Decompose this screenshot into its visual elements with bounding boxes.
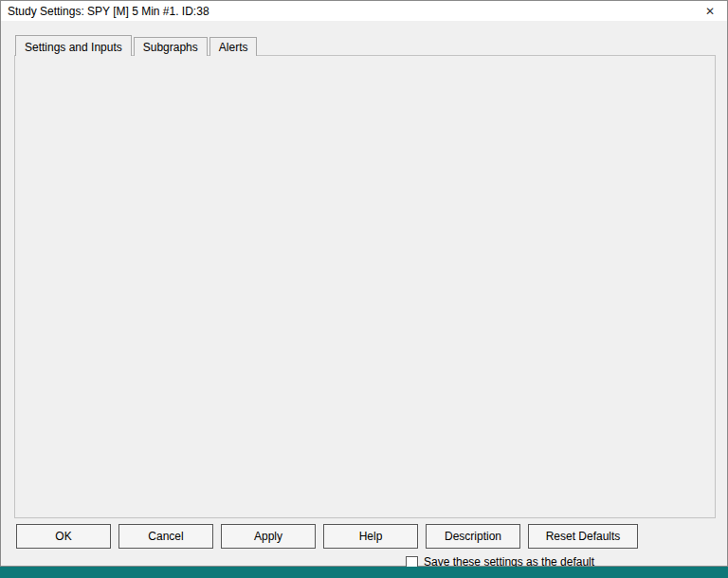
button-bar: OKCancelApplyHelpDescriptionReset Defaul… xyxy=(16,524,638,549)
titlebar: Study Settings: SPY [M] 5 Min #1. ID:38 xyxy=(1,1,727,21)
tab-strip: Settings and InputsSubgraphsAlerts xyxy=(15,35,259,56)
ok-button[interactable]: OK xyxy=(16,524,111,549)
close-icon[interactable]: ✕ xyxy=(693,1,727,21)
window-title: Study Settings: SPY [M] 5 Min #1. ID:38 xyxy=(8,5,209,18)
tab-settings-and-inputs[interactable]: Settings and Inputs xyxy=(15,35,132,56)
help-button[interactable]: Help xyxy=(323,524,418,549)
reset-defaults-button[interactable]: Reset Defaults xyxy=(528,524,638,549)
settings-tab-panel xyxy=(14,55,716,518)
background-chart-strip xyxy=(0,567,728,578)
tab-subgraphs[interactable]: Subgraphs xyxy=(134,37,208,56)
description-button[interactable]: Description xyxy=(426,524,520,549)
tab-alerts[interactable]: Alerts xyxy=(209,37,258,56)
cancel-button[interactable]: Cancel xyxy=(118,524,213,549)
study-settings-dialog: Study Settings: SPY [M] 5 Min #1. ID:38 … xyxy=(0,0,728,567)
apply-button[interactable]: Apply xyxy=(221,524,316,549)
